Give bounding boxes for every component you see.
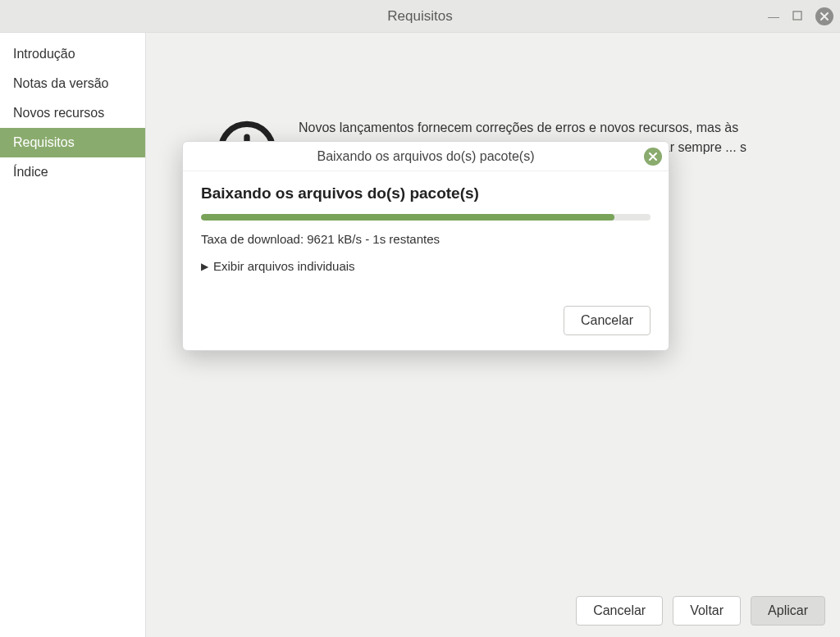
minimize-button[interactable]: —	[768, 10, 779, 23]
sidebar-item-novos-recursos[interactable]: Novos recursos	[0, 98, 145, 128]
dialog-body: Baixando os arquivos do(s) pacote(s) Tax…	[183, 171, 669, 350]
maximize-button[interactable]	[792, 10, 802, 23]
footer-buttons: Cancelar Voltar Aplicar	[576, 596, 825, 626]
sidebar-item-indice[interactable]: Índice	[0, 157, 145, 187]
dialog-heading: Baixando os arquivos do(s) pacote(s)	[201, 184, 651, 202]
sidebar-item-introducao[interactable]: Introdução	[0, 39, 145, 69]
dialog-title: Baixando os arquivos do(s) pacote(s)	[317, 149, 534, 164]
download-dialog: Baixando os arquivos do(s) pacote(s) Bai…	[182, 141, 669, 351]
download-rate-text: Taxa de download: 9621 kB/s - 1s restant…	[201, 232, 651, 246]
sidebar-item-notas[interactable]: Notas da versão	[0, 69, 145, 98]
square-icon	[792, 11, 802, 20]
window-title: Requisitos	[387, 8, 452, 25]
close-button[interactable]	[815, 7, 833, 25]
close-icon	[819, 11, 829, 21]
close-icon	[648, 152, 658, 162]
progress-fill	[201, 214, 614, 221]
progress-bar	[201, 214, 651, 221]
back-button[interactable]: Voltar	[673, 596, 741, 626]
apply-button[interactable]: Aplicar	[751, 596, 825, 626]
main-window: Requisitos — Introdução Notas da versão …	[0, 0, 840, 637]
show-files-expander[interactable]: ▶ Exibir arquivos individuais	[201, 259, 651, 273]
dialog-close-button[interactable]	[644, 148, 662, 166]
dialog-cancel-button[interactable]: Cancelar	[564, 306, 651, 335]
sidebar: Introdução Notas da versão Novos recurso…	[0, 33, 146, 637]
svg-rect-0	[793, 11, 801, 20]
window-titlebar: Requisitos —	[0, 0, 840, 33]
cancel-button[interactable]: Cancelar	[576, 596, 663, 626]
dialog-buttons: Cancelar	[201, 306, 651, 335]
triangle-right-icon: ▶	[201, 261, 208, 272]
sidebar-item-requisitos[interactable]: Requisitos	[0, 128, 145, 157]
window-controls: —	[768, 7, 833, 25]
dialog-titlebar: Baixando os arquivos do(s) pacote(s)	[183, 142, 669, 171]
expander-label: Exibir arquivos individuais	[213, 259, 355, 273]
